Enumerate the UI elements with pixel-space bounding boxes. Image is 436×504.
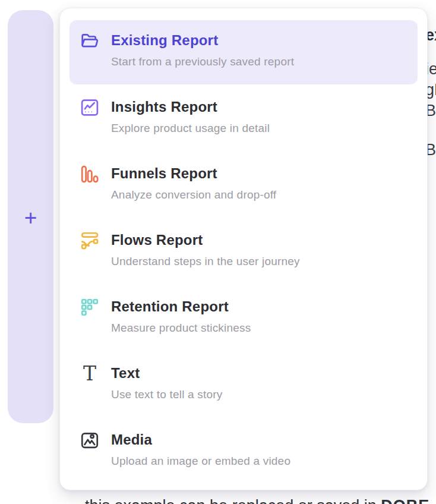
menu-item-title: Funnels Report [111,164,276,183]
menu-item-existing-report[interactable]: Existing Report Start from a previously … [69,20,418,84]
menu-item-texts: Text Use text to tell a story [111,364,222,401]
menu-item-title: Flows Report [111,231,300,250]
report-builder-canvas: { "sidebar": { "plus_label": "+", "bg_co… [0,0,436,504]
insights-chart-icon [79,97,100,119]
menu-item-subtitle: Explore product usage in detail [111,122,270,135]
menu-item-texts: Existing Report Start from a previously … [111,31,294,68]
retention-grid-icon [79,297,100,319]
occluded-bottom-text-normal: this example can be replaced or saved in [85,497,381,504]
serif-t-glyph: T [83,364,96,384]
menu-item-subtitle: Upload an image or embed a video [111,455,290,468]
add-content-plus-button[interactable]: + [8,206,53,229]
funnels-bars-icon [79,164,100,185]
add-content-menu: Existing Report Start from a previously … [59,8,428,490]
plus-icon: + [24,207,37,229]
menu-item-funnels-report[interactable]: Funnels Report Analyze conversion and dr… [69,153,418,218]
media-image-icon [79,430,100,452]
menu-item-title: Media [111,430,290,449]
add-content-rail: + [8,10,53,423]
menu-item-texts: Insights Report Explore product usage in… [111,97,270,135]
menu-item-subtitle: Understand steps in the user journey [111,255,300,268]
menu-item-text[interactable]: T Text Use text to tell a story [69,353,418,417]
menu-item-subtitle: Measure product stickiness [111,322,251,335]
menu-item-subtitle: Use text to tell a story [111,388,222,401]
menu-item-media[interactable]: Media Upload an image or embed a video [69,420,418,484]
menu-item-retention-report[interactable]: Retention Report Measure product stickin… [69,286,418,351]
occluded-bottom-text: this example can be replaced or saved in… [85,497,429,504]
occluded-bottom-text-bold: DOBE [381,497,429,504]
menu-item-title: Insights Report [111,97,270,116]
menu-item-flows-report[interactable]: Flows Report Understand steps in the use… [69,220,418,284]
menu-item-subtitle: Analyze conversion and drop-off [111,188,276,201]
menu-item-texts: Funnels Report Analyze conversion and dr… [111,164,276,201]
menu-item-title: Text [111,364,222,383]
menu-item-texts: Retention Report Measure product stickin… [111,297,251,335]
folder-open-icon [79,31,100,52]
menu-item-texts: Flows Report Understand steps in the use… [111,231,300,268]
menu-item-texts: Media Upload an image or embed a video [111,430,290,468]
menu-item-insights-report[interactable]: Insights Report Explore product usage in… [69,87,418,151]
flows-icon [79,231,100,252]
menu-item-title: Retention Report [111,297,251,316]
menu-item-title: Existing Report [111,31,294,50]
text-icon: T [79,364,100,385]
menu-item-subtitle: Start from a previously saved report [111,55,294,68]
